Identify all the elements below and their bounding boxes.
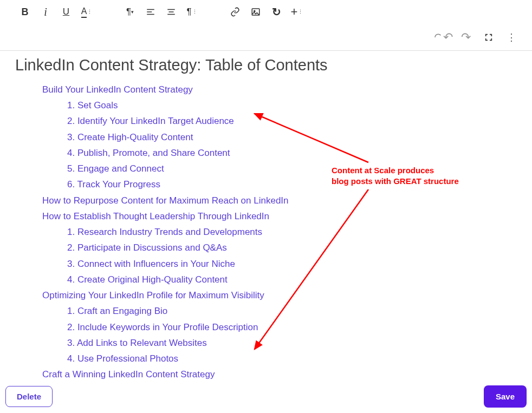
fullscreen-icon[interactable] (479, 29, 498, 46)
page-title: LinkedIn Content Strategy: Table of Cont… (15, 56, 517, 74)
underline-button[interactable]: U (56, 3, 76, 21)
save-button[interactable]: Save (484, 385, 527, 408)
toc-section-link[interactable]: Optimizing Your LinkedIn Profile for Max… (42, 287, 517, 303)
more-options-icon[interactable]: ⋮ (502, 29, 521, 46)
image-button[interactable] (246, 3, 265, 21)
toc-sub-link[interactable]: 1. Craft an Engaging Bio (42, 303, 517, 319)
paragraph-more-button[interactable]: ¶⋮ (182, 3, 202, 21)
toc-sub-link[interactable]: 2. Include Keywords in Your Profile Desc… (42, 319, 517, 335)
toc-sub-link[interactable]: 4. Create Original High-Quality Content (42, 272, 517, 287)
redo-button[interactable]: ↻ (267, 3, 286, 21)
align-center-button[interactable] (161, 3, 181, 21)
annotation-text: Content at Scale produces blog posts wit… (332, 165, 483, 186)
text-color-button[interactable]: A⋮ (77, 3, 96, 21)
redo-icon[interactable]: ↷ (456, 29, 476, 46)
bold-button[interactable]: B (15, 3, 35, 21)
insert-more-button[interactable]: +⋮ (287, 3, 307, 21)
paragraph-format-button[interactable]: ¶▾ (120, 3, 140, 21)
toc-sub-link[interactable]: 2. Participate in Discussions and Q&As (42, 240, 517, 255)
toc-sub-link[interactable]: 3. Create High-Quality Content (42, 129, 517, 145)
italic-button[interactable]: i (36, 3, 55, 21)
toc-sub-link[interactable]: 3. Add Links to Relevant Websites (42, 335, 517, 351)
toc-sub-link[interactable]: 2. Identify Your LinkedIn Target Audienc… (42, 113, 517, 129)
toc-sub-link[interactable]: 1. Set Goals (42, 97, 517, 113)
toc-sub-link[interactable]: 4. Use Professional Photos (42, 351, 517, 366)
delete-button[interactable]: Delete (5, 386, 53, 407)
toc-section-link[interactable]: How to Establish Thought Leadership Thro… (42, 208, 517, 224)
editor-content[interactable]: LinkedIn Content Strategy: Table of Cont… (0, 51, 532, 382)
svg-point-1 (254, 10, 255, 11)
toc-sub-link[interactable]: 1. Research Industry Trends and Developm… (42, 224, 517, 240)
toc-section-link[interactable]: Craft a Winning LinkedIn Content Strateg… (42, 366, 517, 382)
footer-actions: Delete Save (5, 385, 527, 408)
table-of-contents: Build Your LinkedIn Content Strategy1. S… (15, 82, 517, 382)
toc-sub-link[interactable]: 3. Connect with Influencers in Your Nich… (42, 256, 517, 272)
toc-section-link[interactable]: Build Your LinkedIn Content Strategy (42, 82, 517, 97)
align-left-button[interactable] (141, 3, 160, 21)
link-button[interactable] (225, 3, 245, 21)
secondary-toolbar: ↶ ↷ ⋮ (0, 24, 532, 51)
editor-toolbar: B i U A⋮ ¶▾ ¶⋮ ↻ +⋮ (0, 0, 532, 24)
undo-icon[interactable]: ↶ (433, 29, 453, 46)
toc-section-link[interactable]: How to Repurpose Content for Maximum Rea… (42, 193, 517, 208)
toc-sub-link[interactable]: 4. Publish, Promote, and Share Content (42, 145, 517, 161)
